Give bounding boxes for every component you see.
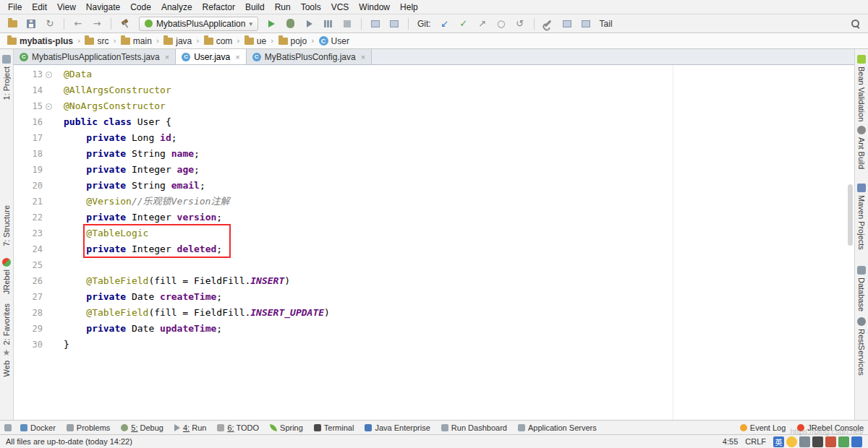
tool-window-button-problems[interactable]: Problems (67, 423, 110, 432)
menu-item-code[interactable]: Code (125, 0, 156, 14)
tool-window-button-jrebel-console[interactable]: JRebel Console (797, 423, 864, 432)
vcs-history-icon[interactable]: ○ (493, 17, 509, 31)
breadcrumb-item-user[interactable]: CUser (318, 36, 351, 46)
search-everywhere-button[interactable] (848, 17, 864, 31)
ime-tools-icon[interactable] (825, 436, 836, 447)
code-line[interactable]: 25 (14, 257, 854, 273)
ime-lang-icon[interactable]: 英 (773, 436, 784, 447)
code-line[interactable]: 15-@NoArgsConstructor (14, 98, 854, 114)
menu-item-file[interactable]: File (3, 0, 27, 14)
code-line[interactable]: 28 @TableField(fill = FieldFill.INSERT_U… (14, 305, 854, 321)
ime-emoji-icon[interactable] (786, 436, 797, 447)
close-icon[interactable]: × (165, 53, 169, 61)
build-hammer-icon[interactable] (117, 17, 133, 31)
ime-keyboard-icon[interactable] (812, 436, 823, 447)
menu-item-help[interactable]: Help (395, 0, 423, 14)
menu-item-edit[interactable]: Edit (27, 0, 52, 14)
code-line[interactable]: 16public class User { (14, 114, 854, 130)
tab-user-java[interactable]: CUser.java× (176, 49, 246, 64)
ime-mic-icon[interactable] (799, 436, 810, 447)
tool-window-button-docker[interactable]: Docker (20, 423, 56, 432)
forward-icon[interactable]: → (89, 17, 105, 31)
tool-button-2-favorites[interactable]: 2: Favorites (2, 303, 11, 345)
breadcrumb-item-src[interactable]: src (83, 36, 110, 46)
tool-window-button-6-todo[interactable]: 6: TODO (217, 423, 259, 432)
code-line[interactable]: 26 @TableField(fill = FieldFill.INSERT) (14, 273, 854, 289)
fold-icon[interactable]: - (46, 72, 52, 78)
stop-button[interactable] (339, 17, 355, 31)
breadcrumb-item-java[interactable]: java (162, 36, 193, 46)
settings-wrench-icon[interactable] (540, 17, 556, 31)
code-line[interactable]: 29 private Date updateTime; (14, 321, 854, 337)
menu-item-build[interactable]: Build (240, 0, 270, 14)
tool-window-button-application-servers[interactable]: Application Servers (518, 423, 597, 432)
tool-button-1-project[interactable]: 1: Project (2, 55, 11, 100)
code-line[interactable]: 20 private String email; (14, 178, 854, 194)
vcs-commit-icon[interactable]: ✓ (456, 17, 472, 31)
menu-item-vcs[interactable]: VCS (326, 0, 354, 14)
close-icon[interactable]: × (235, 53, 239, 61)
code-line[interactable]: 18 private String name; (14, 146, 854, 162)
breadcrumb-item-main[interactable]: main (119, 36, 153, 46)
tool-window-button-4-run[interactable]: 4: Run (174, 423, 206, 432)
breadcrumb-item-mybatis-plus[interactable]: mybatis-plus (6, 36, 75, 46)
tool-button-maven-projects[interactable]: Maven Projects (857, 184, 866, 250)
menu-item-navigate[interactable]: Navigate (81, 0, 125, 14)
line-separator[interactable]: CRLF (745, 437, 766, 446)
tool-window-button-run-dashboard[interactable]: Run Dashboard (441, 423, 507, 432)
menu-item-view[interactable]: View (52, 0, 81, 14)
tool-button-bean-validation[interactable]: Bean Validation (857, 55, 866, 121)
menu-item-window[interactable]: Window (354, 0, 395, 14)
menu-item-tools[interactable]: Tools (296, 0, 326, 14)
open-icon[interactable] (4, 17, 20, 31)
cursor-position[interactable]: 4:55 (723, 437, 738, 446)
breadcrumb-item-ue[interactable]: ue (243, 36, 268, 46)
vcs-rollback-icon[interactable]: ↺ (512, 17, 528, 31)
code-line[interactable]: 30} (14, 337, 854, 353)
coverage-button[interactable] (302, 17, 318, 31)
monitor-icon[interactable] (578, 17, 594, 31)
code-line[interactable]: 19 private Integer age; (14, 162, 854, 178)
scrollbar-thumb[interactable] (848, 184, 853, 246)
fold-icon[interactable]: - (46, 103, 52, 110)
tool-button-restservices[interactable]: RestServices (857, 317, 866, 376)
close-icon[interactable]: × (361, 53, 365, 61)
menu-item-run[interactable]: Run (270, 0, 296, 14)
vcs-update-icon[interactable]: ↙ (437, 17, 453, 31)
code-line[interactable]: 21 @Version//乐观锁Version注解 (14, 194, 854, 210)
usage-icon[interactable] (386, 17, 402, 31)
run-configuration-select[interactable]: MybatisPlusApplication ▾ (139, 17, 258, 31)
tool-button-7-structure[interactable]: 7: Structure (2, 205, 11, 246)
debug-button[interactable] (283, 17, 299, 31)
back-icon[interactable]: ← (70, 17, 86, 31)
ime-grid-icon[interactable] (851, 436, 862, 447)
breadcrumb-item-pojo[interactable]: pojo (277, 36, 309, 46)
run-button[interactable] (264, 17, 280, 31)
tool-window-button-java-enterprise[interactable]: Java Enterprise (365, 423, 430, 432)
sync-icon[interactable]: ↻ (42, 17, 58, 31)
code-line[interactable]: 22 private Integer version; (14, 210, 854, 225)
tab-mybatisplusapplicationtests-java[interactable]: CMybatisPlusApplicationTests.java× (14, 49, 176, 64)
breadcrumb-item-com[interactable]: com (203, 36, 234, 46)
code-area[interactable]: 13-@Data14@AllArgsConstructor15-@NoArgsC… (14, 65, 854, 353)
plugin-icon[interactable] (559, 17, 575, 31)
code-line[interactable]: 14@AllArgsConstructor (14, 82, 854, 98)
tool-button-database[interactable]: Database (857, 266, 866, 311)
editor[interactable]: 13-@Data14@AllArgsConstructor15-@NoArgsC… (14, 65, 854, 420)
save-all-icon[interactable] (23, 17, 39, 31)
tool-window-button-terminal[interactable]: Terminal (314, 423, 354, 432)
window-layout-icon[interactable] (367, 17, 383, 31)
tool-window-switcher-icon[interactable] (4, 424, 12, 431)
tool-window-button-spring[interactable]: Spring (270, 423, 303, 432)
profiler-button[interactable] (320, 17, 336, 31)
tab-mybatisplusconfig-java[interactable]: CMyBatisPlusConfig.java× (247, 49, 373, 64)
vcs-push-icon[interactable]: ↗ (475, 17, 490, 31)
tool-button-ant-build[interactable]: Ant Build (857, 126, 866, 169)
code-line[interactable]: 17 private Long id; (14, 130, 854, 146)
code-line[interactable]: 27 private Date createTime; (14, 289, 854, 305)
tool-button-jrebel[interactable]: JRebel (2, 258, 11, 294)
tool-button-web[interactable]: ★Web (2, 348, 11, 376)
code-line[interactable]: 13-@Data (14, 66, 854, 82)
tool-window-button-5-debug[interactable]: 5: Debug (121, 423, 163, 432)
menu-item-refactor[interactable]: Refactor (197, 0, 240, 14)
